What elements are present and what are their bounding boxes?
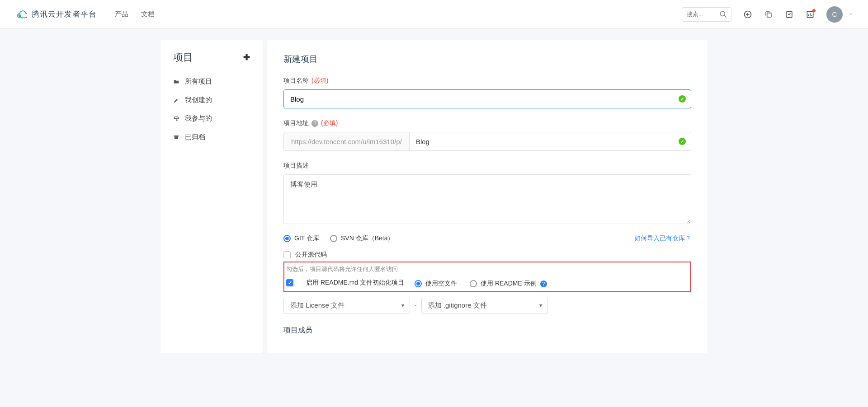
umbrella-icon bbox=[173, 116, 179, 122]
sidebar-item-all[interactable]: 所有项目 bbox=[160, 72, 263, 91]
radio-readme-sample[interactable]: 使用 README 示例 ? bbox=[470, 280, 547, 288]
page-container: 项目 ✚ 所有项目 我创建的 我参与的 已归档 新建项目 项目名 bbox=[156, 40, 712, 353]
sidebar-title: 项目 bbox=[173, 51, 193, 64]
sidebar: 项目 ✚ 所有项目 我创建的 我参与的 已归档 bbox=[160, 40, 263, 353]
help-icon[interactable]: ? bbox=[540, 281, 547, 287]
svg-point-0 bbox=[19, 14, 21, 17]
radio-icon bbox=[283, 235, 291, 242]
radio-icon bbox=[415, 280, 422, 287]
select-row: 添加 License 文件 - 添加 .gitignore 文件 bbox=[283, 297, 691, 314]
brand-text: 腾讯云开发者平台 bbox=[32, 9, 97, 19]
sidebar-item-label: 我参与的 bbox=[185, 114, 212, 123]
avatar: C bbox=[826, 6, 843, 23]
license-select[interactable]: 添加 License 文件 bbox=[283, 297, 410, 314]
header-right: C bbox=[682, 6, 854, 23]
open-source-checkbox-row[interactable]: 公开源代码 bbox=[283, 251, 691, 259]
sidebar-item-joined[interactable]: 我参与的 bbox=[160, 109, 263, 128]
radio-icon bbox=[330, 235, 337, 242]
nav-docs[interactable]: 文档 bbox=[141, 10, 155, 19]
nav-products[interactable]: 产品 bbox=[115, 10, 128, 19]
add-project-button[interactable]: ✚ bbox=[243, 52, 250, 62]
valid-check-icon bbox=[679, 95, 686, 103]
archive-icon bbox=[173, 134, 179, 140]
project-desc-input[interactable] bbox=[283, 174, 691, 224]
sidebar-item-label: 所有项目 bbox=[185, 77, 212, 86]
required-marker: (必填) bbox=[321, 119, 338, 127]
url-row: https://dev.tencent.com/u/lm16310/p/ bbox=[283, 132, 691, 151]
radio-icon bbox=[470, 280, 477, 287]
sidebar-item-archived[interactable]: 已归档 bbox=[160, 128, 263, 146]
project-url-input[interactable] bbox=[410, 132, 691, 151]
user-menu[interactable]: C bbox=[826, 6, 854, 23]
svg-rect-12 bbox=[174, 135, 179, 136]
svg-line-2 bbox=[724, 15, 726, 18]
desc-label: 项目描述 bbox=[283, 162, 691, 170]
svg-point-1 bbox=[720, 11, 725, 16]
search-box bbox=[682, 7, 731, 22]
task-icon[interactable] bbox=[785, 10, 794, 19]
readme-template-group: 使用空文件 使用 README 示例 ? bbox=[415, 280, 691, 288]
add-icon[interactable] bbox=[743, 10, 752, 19]
members-title: 项目成员 bbox=[283, 326, 691, 335]
search-icon[interactable] bbox=[719, 10, 728, 19]
gitignore-select[interactable]: 添加 .gitignore 文件 bbox=[421, 297, 548, 314]
valid-check-icon bbox=[679, 138, 686, 145]
radio-git[interactable]: GIT 仓库 bbox=[283, 234, 319, 243]
project-name-input[interactable] bbox=[283, 89, 691, 108]
main-panel: 新建项目 项目名称 (必填) 项目地址 ? (必填) https://dev.t… bbox=[267, 40, 708, 353]
url-prefix: https://dev.tencent.com/u/lm16310/p/ bbox=[283, 132, 410, 151]
top-header: 腾讯云开发者平台 产品 文档 C bbox=[0, 0, 868, 29]
dash-separator: - bbox=[415, 302, 417, 309]
radio-svn[interactable]: SVN 仓库（Beta） bbox=[330, 234, 394, 243]
sidebar-header: 项目 ✚ bbox=[160, 51, 263, 72]
notification-dot-icon bbox=[812, 9, 816, 12]
page-title: 新建项目 bbox=[283, 53, 691, 65]
import-repo-link[interactable]: 如何导入已有仓库？ bbox=[634, 234, 691, 243]
svg-rect-6 bbox=[767, 13, 771, 17]
brand[interactable]: 腾讯云开发者平台 bbox=[14, 7, 97, 21]
chart-icon[interactable] bbox=[806, 10, 815, 19]
pencil-icon bbox=[173, 97, 179, 103]
name-input-wrap bbox=[283, 89, 691, 108]
sidebar-item-label: 已归档 bbox=[185, 133, 205, 141]
folder-icon bbox=[173, 79, 179, 85]
sidebar-menu: 所有项目 我创建的 我参与的 已归档 bbox=[160, 72, 263, 146]
checkbox-icon bbox=[286, 279, 293, 286]
required-marker: (必填) bbox=[311, 77, 328, 85]
sidebar-item-created[interactable]: 我创建的 bbox=[160, 91, 263, 109]
copy-icon[interactable] bbox=[764, 10, 773, 19]
checkbox-icon bbox=[283, 251, 291, 258]
url-label: 项目地址 ? (必填) bbox=[283, 119, 691, 127]
cloud-logo-icon bbox=[14, 7, 27, 21]
repo-type-group: GIT 仓库 SVN 仓库（Beta） bbox=[283, 234, 394, 243]
name-label: 项目名称 (必填) bbox=[283, 77, 691, 85]
open-source-hint: 勾选后，项目源代码将允许任何人匿名访问 bbox=[286, 265, 687, 273]
sidebar-item-label: 我创建的 bbox=[185, 96, 212, 104]
primary-nav: 产品 文档 bbox=[115, 10, 155, 19]
radio-empty-file[interactable]: 使用空文件 bbox=[415, 280, 457, 288]
repo-type-row: GIT 仓库 SVN 仓库（Beta） 如何导入已有仓库？ bbox=[283, 234, 691, 243]
help-icon[interactable]: ? bbox=[311, 120, 318, 127]
chevron-down-icon bbox=[848, 11, 854, 18]
